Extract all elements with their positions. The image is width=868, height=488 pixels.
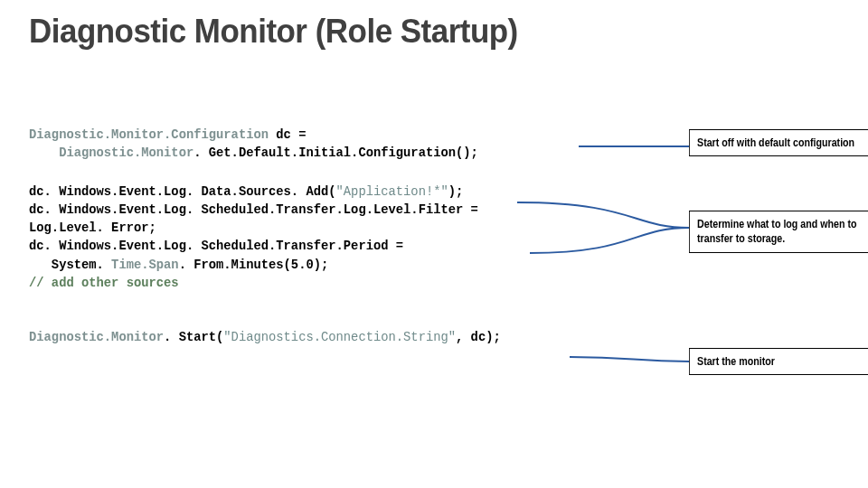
code-token: "Application!*" (336, 184, 448, 200)
code-token: dc. Windows.Event.Log. Scheduled.Transfe… (29, 202, 478, 218)
code-token: Time.Span (111, 258, 179, 273)
code-token: Log.Level. Error; (29, 221, 156, 236)
code-token: , dc); (456, 330, 501, 345)
code-token: "Diagnostics.Connection.String" (223, 330, 456, 345)
code-token: dc. Windows.Event.Log. Data.Sources. Add… (29, 184, 336, 200)
code-token: . Start( (164, 330, 223, 345)
code-token: Diagnostic.Monitor (29, 330, 164, 345)
code-comment: // add other sources (29, 276, 179, 291)
code-token: dc = (269, 127, 306, 143)
callout-default-config: Start off with default configuration (689, 129, 868, 156)
code-block-2: dc. Windows.Event.Log. Data.Sources. Add… (29, 183, 578, 294)
code-token (29, 145, 59, 161)
callout-log-settings: Determine what to log and when to transf… (689, 211, 868, 253)
callout-start-monitor: Start the monitor (689, 348, 868, 375)
slide-title: Diagnostic Monitor (Role Startup) (29, 13, 518, 51)
code-token: ); (448, 184, 464, 200)
code-block-1: Diagnostic.Monitor.Configuration dc = Di… (29, 127, 578, 164)
connector-line (570, 357, 689, 361)
code-block-3: Diagnostic.Monitor. Start("Diagnostics.C… (29, 329, 578, 347)
code-token: . From.Minutes(5.0); (179, 258, 329, 273)
code-token: dc. Windows.Event.Log. Scheduled.Transfe… (29, 239, 403, 254)
code-token: Diagnostic.Monitor (59, 145, 193, 161)
code-token: . Get.Default.Initial.Configuration(); (193, 145, 478, 161)
code-token: Diagnostic.Monitor.Configuration (29, 127, 269, 143)
code-token: System. (29, 258, 111, 273)
code-container: Diagnostic.Monitor.Configuration dc = Di… (29, 127, 578, 347)
